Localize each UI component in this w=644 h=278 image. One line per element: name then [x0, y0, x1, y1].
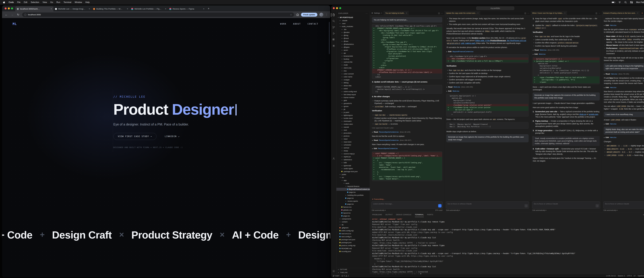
menu-window[interactable]: Window	[75, 1, 82, 3]
split-editor-icon[interactable]: ◫	[524, 12, 526, 14]
panel-tab-output[interactable]: OUTPUT	[385, 212, 392, 217]
status-item[interactable]: Ln 84, Col 12	[606, 275, 616, 277]
tree-item[interactable]: ▸color-convert	[336, 72, 370, 75]
tree-item[interactable]: package-lock.json	[336, 238, 370, 241]
tree-item[interactable]: ▸lucide-react	[336, 117, 370, 120]
fresh-update-chip[interactable]: Fresh update	[301, 13, 317, 16]
run-debug-icon[interactable]	[331, 31, 336, 36]
claude-icon[interactable]	[331, 43, 336, 49]
tree-item[interactable]: ▸clsx	[336, 69, 370, 72]
chat-input[interactable]: Esc to focus or unfocus Claude↑	[532, 201, 600, 209]
tree-item[interactable]: ▸components	[336, 217, 370, 220]
tree-item[interactable]: ▸ajv	[336, 52, 370, 54]
send-button[interactable]: ↑	[596, 204, 599, 208]
tree-item[interactable]: ▸public	[336, 173, 370, 176]
site-logo[interactable]: ML	[12, 22, 17, 26]
tree-item[interactable]: next-env.d.ts	[336, 232, 370, 235]
menu-view[interactable]: View	[42, 1, 47, 3]
tab-close-icon[interactable]: ×	[564, 12, 566, 14]
settings-icon[interactable]	[331, 268, 336, 274]
tool-file-link[interactable]: Work.tsx	[539, 53, 546, 55]
new-tab-button[interactable]: +	[206, 7, 211, 11]
nav-link-work[interactable]: WORK	[280, 23, 286, 25]
tool-file-link[interactable]: Hero.tsx	[611, 73, 617, 75]
tree-item[interactable]: page.tsx	[336, 203, 370, 206]
tree-item[interactable]: favicon.ico	[336, 206, 370, 209]
project-root-row[interactable]: ▾ MY-PORTFOLIO	[336, 16, 370, 19]
chat-input[interactable]: Esc to focus or unfocus Claude↑	[603, 201, 644, 209]
control-center-icon[interactable]	[630, 1, 633, 3]
status-item[interactable]: UTF-8	[627, 275, 632, 277]
search-icon[interactable]	[331, 18, 336, 24]
tool-file-link[interactable]: Work.tsx	[540, 49, 546, 51]
tree-item[interactable]: ▸jiti	[336, 108, 370, 111]
tree-item[interactable]: README.md	[336, 247, 370, 250]
back-button[interactable]: ←	[4, 13, 8, 16]
tool-file-link[interactable]: BeyondFinanceContent.tsx	[452, 50, 474, 53]
tree-item[interactable]: ▸lib	[336, 223, 370, 226]
nav-link-contact[interactable]: CONTACT	[308, 23, 318, 25]
nav-link-about[interactable]: ABOUT	[293, 23, 301, 25]
apple-menu-icon[interactable]	[3, 1, 5, 3]
tab-close-icon[interactable]: ×	[381, 12, 382, 14]
bookmark-star-icon[interactable]: ☆	[290, 13, 292, 16]
tree-item[interactable]: ▸semver	[336, 146, 370, 149]
status-item[interactable]: Spaces: 2	[618, 275, 625, 277]
more-actions-icon[interactable]: ···	[528, 12, 529, 14]
command-center[interactable]: my-portfolio	[476, 6, 514, 10]
tree-item[interactable]: ▸sharp	[336, 149, 370, 152]
forward-button[interactable]: →	[10, 13, 14, 16]
tree-item[interactable]: ▸typescript	[336, 164, 370, 167]
tab-close-icon[interactable]: ×	[89, 7, 90, 10]
tree-item[interactable]: ▸building-this-portfolio	[336, 194, 370, 197]
split-editor-icon[interactable]: ◫	[438, 12, 440, 14]
tree-item[interactable]: page.tsx	[336, 214, 370, 217]
tree-item[interactable]: BeyondFinanceContent.tsx	[336, 188, 370, 191]
profile-avatar[interactable]	[320, 13, 323, 16]
tab-close-icon[interactable]: ×	[637, 12, 638, 14]
edit-mode-selector[interactable]: Edit automatically ▾	[604, 209, 618, 211]
more-actions-icon[interactable]: ···	[598, 12, 600, 14]
tree-item[interactable]: ▾src	[336, 176, 370, 179]
browser-tab[interactable]: Michelle Lee Portfolio — Fig…×	[130, 6, 168, 11]
tab-close-icon[interactable]: ×	[406, 12, 407, 14]
tree-item[interactable]: ▸csstype	[336, 78, 370, 81]
tool-file-link[interactable]: RecessSportsContent.tsx	[379, 139, 399, 142]
panel-tab-ports[interactable]: PORTS	[427, 212, 433, 217]
tree-item[interactable]: eslint.config.mjs	[336, 229, 370, 232]
tree-item[interactable]: ▸tailwindcss	[336, 158, 370, 161]
tree-item[interactable]: .package-lock.json	[336, 170, 370, 173]
explorer-icon[interactable]	[331, 12, 336, 18]
inline-link[interactable]: shots.so	[579, 113, 586, 115]
edit-mode-selector[interactable]: Edit automatically ▾	[372, 209, 386, 211]
tree-item[interactable]: ▸acorn	[336, 49, 370, 52]
tree-item[interactable]: globals.css	[336, 209, 370, 212]
extensions-icon[interactable]	[331, 37, 336, 42]
panel-tab-debug-console[interactable]: DEBUG CONSOLE	[396, 212, 412, 217]
split-editor-icon[interactable]: ◫	[596, 12, 597, 14]
tree-item[interactable]: ▸nanoid	[336, 126, 370, 129]
close-window-button[interactable]	[333, 7, 335, 9]
menu-selection[interactable]: Selection	[31, 1, 39, 3]
tool-file-link[interactable]: Work.tsx	[452, 90, 459, 92]
tree-item[interactable]: ▸react	[336, 137, 370, 140]
tree-item[interactable]: ▸source-map-js	[336, 152, 370, 155]
send-button[interactable]: ↑	[438, 204, 442, 208]
zoom-window-button[interactable]	[11, 7, 13, 9]
tree-item[interactable]: ▸caniuse-lite	[336, 60, 370, 63]
close-window-button[interactable]	[5, 7, 6, 9]
git-branch-indicator[interactable]: main*	[333, 275, 340, 277]
browser-tab[interactable]: Michelle Lee — Design Engi…×	[54, 6, 92, 11]
view-case-study-button[interactable]: VIEW FIRST CASE STUDY →	[113, 133, 156, 140]
sidebar-section-outline[interactable]: ▸OUTLINE	[336, 268, 370, 271]
add-terminal-icon[interactable]: +	[643, 214, 644, 216]
tree-item[interactable]: ▸@img	[336, 34, 370, 37]
tree-item[interactable]: ▸graceful-fs	[336, 102, 370, 105]
browser-tab[interactable]: Recess Sports — Figma×	[168, 6, 206, 11]
tree-item[interactable]: ▸debug	[336, 81, 370, 84]
menu-file[interactable]: File	[17, 1, 20, 3]
address-bar[interactable]: i localhost:3000 ☆	[22, 12, 294, 17]
editor-tab[interactable]: You are helping me build...×	[384, 11, 409, 15]
more-actions-icon[interactable]: ···	[441, 12, 443, 14]
tab-close-icon[interactable]: ×	[50, 7, 52, 10]
